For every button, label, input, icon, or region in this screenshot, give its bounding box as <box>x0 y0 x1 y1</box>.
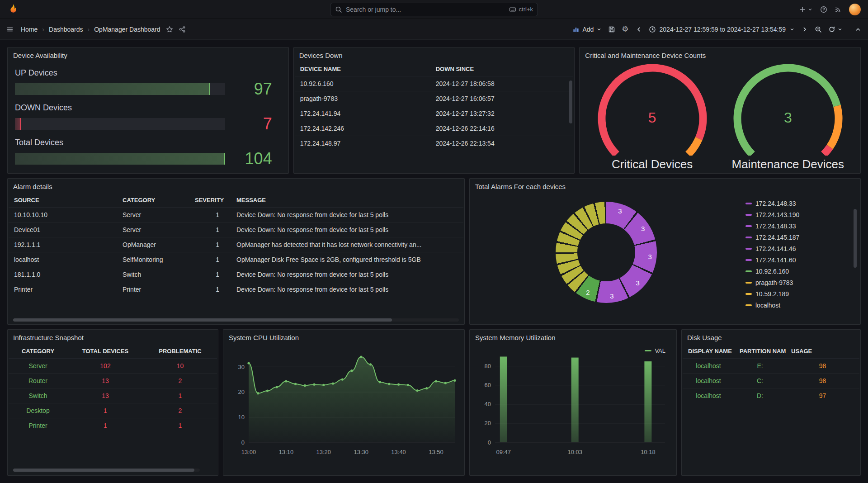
column-header[interactable]: MESSAGE <box>231 193 463 208</box>
user-avatar[interactable] <box>849 4 861 15</box>
svg-text:10:18: 10:18 <box>641 449 656 455</box>
panel-title[interactable]: System Memory Utilization <box>470 330 676 344</box>
svg-text:13:30: 13:30 <box>354 449 368 455</box>
table-row: localhost C: 98 <box>683 374 859 388</box>
top-navigation-bar: Search or jump to... ctrl+k <box>0 0 868 19</box>
search-input[interactable]: Search or jump to... ctrl+k <box>330 3 538 16</box>
svg-text:0: 0 <box>488 439 491 446</box>
panel-title[interactable]: System CPU Utilization <box>223 330 464 344</box>
column-header[interactable]: CATEGORY <box>9 344 67 359</box>
collapse-toolbar-icon[interactable] <box>854 26 862 33</box>
grafana-logo[interactable] <box>7 3 19 15</box>
column-header[interactable]: DOWN SINCE <box>430 62 574 76</box>
down-devices-bargauge: DOWN Devices 7 <box>15 103 281 132</box>
category-cell: Desktop <box>9 403 67 418</box>
panel-title[interactable]: Alarm details <box>8 179 464 193</box>
problematic-cell: 2 <box>143 374 217 388</box>
table-vertical-scrollbar[interactable] <box>569 80 572 169</box>
category-cell: Switch <box>9 388 67 403</box>
column-header[interactable]: USAGE <box>786 344 859 359</box>
column-header[interactable]: PARTITION NAME <box>734 344 786 359</box>
time-range-picker[interactable]: 2024-12-27 12:59:59 to 2024-12-27 13:54:… <box>649 26 795 33</box>
usage-cell: 98 <box>786 359 859 374</box>
legend-item[interactable]: 172.24.141.46 <box>745 245 841 252</box>
save-dashboard-icon[interactable] <box>608 26 615 33</box>
search-icon <box>335 6 342 13</box>
search-shortcut: ctrl+k <box>509 6 533 13</box>
svg-text:09:47: 09:47 <box>496 449 511 455</box>
gauge-value: 3 <box>725 109 851 126</box>
alarm-details-table-body: 10.10.10.10 Server 1 Device Down: No res… <box>9 208 463 297</box>
shortcut-label: ctrl+k <box>519 6 533 13</box>
refresh-button[interactable] <box>828 26 843 33</box>
legend-item[interactable]: pragath-9783 <box>745 279 841 286</box>
panel-title[interactable]: Total Alarms For each devices <box>470 179 860 193</box>
panel-title[interactable]: Infrastructure Snapshot <box>8 330 218 344</box>
maintenance-devices-gauge-arc <box>728 62 848 156</box>
legend-item[interactable]: 10.92.6.160 <box>745 268 841 275</box>
toolbar-right: Add ⚙ 2024-12-27 12:59:59 to 2024-12-27 … <box>572 25 862 33</box>
legend-item[interactable]: localhost <box>745 302 841 309</box>
category-cell: SelfMonitoring <box>117 252 189 267</box>
panel-disk-usage: Disk Usage DISPLAY NAME PARTITION NAME U… <box>681 329 861 476</box>
infrastructure-table-body: Server 102 10 Router 13 2 Switch 13 1 <box>9 359 217 433</box>
breadcrumb-separator: › <box>88 26 90 33</box>
table-horizontal-scrollbar[interactable] <box>13 469 200 472</box>
new-dropdown-button[interactable] <box>799 6 813 13</box>
severity-cell: 1 <box>189 237 231 252</box>
down-since-cell: 2024-12-27 13:27:32 <box>430 106 574 121</box>
add-dropdown-button[interactable]: Add <box>572 26 602 33</box>
svg-text:30: 30 <box>238 364 245 370</box>
panel-title[interactable]: Device Availability <box>8 47 288 62</box>
legend-item[interactable]: 172.24.148.33 <box>745 200 841 207</box>
table-row: Device01 Server 1 Device Down: No respon… <box>9 223 463 237</box>
column-header[interactable]: TOTAL DEVICES <box>67 344 143 359</box>
column-header[interactable]: DISPLAY NAME <box>683 344 734 359</box>
help-icon[interactable] <box>820 6 827 13</box>
table-horizontal-scrollbar[interactable] <box>13 318 459 322</box>
legend-item[interactable]: 172.24.148.33 <box>745 223 841 230</box>
panel-title[interactable]: Devices Down <box>294 47 575 62</box>
legend-color-dash <box>745 225 752 227</box>
column-header[interactable]: SOURCE <box>9 193 117 208</box>
panel-title[interactable]: Disk Usage <box>682 330 860 344</box>
legend-item[interactable]: 10.59.2.189 <box>745 290 841 298</box>
legend-scrollbar[interactable] <box>854 209 857 313</box>
memory-legend-item[interactable]: VAL <box>645 347 665 354</box>
column-header[interactable]: PROBLEMATIC <box>143 344 217 359</box>
time-shift-back-icon[interactable] <box>635 26 642 33</box>
breadcrumb-dashboards[interactable]: Dashboards <box>49 26 83 33</box>
device-name-cell: 10.92.6.160 <box>295 76 430 91</box>
share-icon[interactable] <box>179 26 186 33</box>
legend-item[interactable]: 172.24.143.190 <box>745 211 841 218</box>
gauge-value: 5 <box>589 109 716 126</box>
clock-icon <box>649 26 656 33</box>
breadcrumb-home[interactable]: Home <box>21 26 38 33</box>
column-header[interactable]: CATEGORY <box>117 193 189 208</box>
problematic-cell: 10 <box>143 359 217 374</box>
column-header[interactable]: SEVERITY <box>189 193 231 208</box>
down-since-cell: 2024-12-26 22:13:54 <box>430 136 574 151</box>
legend-item[interactable]: 172.24.141.60 <box>745 256 841 264</box>
table-row: Printer 1 1 <box>9 418 217 433</box>
svg-text:40: 40 <box>485 401 491 407</box>
svg-text:20: 20 <box>238 388 245 395</box>
time-shift-forward-icon[interactable] <box>801 26 808 33</box>
dashboard-settings-icon[interactable]: ⚙ <box>622 25 628 33</box>
svg-text:13:00: 13:00 <box>241 449 256 455</box>
dashboard-grid: Device Availability UP Devices 97 DOWN D… <box>0 40 868 483</box>
legend-item[interactable]: 172.24.145.187 <box>745 234 841 241</box>
message-cell: OpManager has detected that it has lost … <box>231 237 463 252</box>
usage-cell: 97 <box>786 388 859 403</box>
svg-text:13:50: 13:50 <box>429 449 443 455</box>
star-icon[interactable] <box>166 26 173 33</box>
svg-text:10:03: 10:03 <box>567 449 582 455</box>
usage-cell: 98 <box>786 374 859 388</box>
menu-icon[interactable] <box>6 26 14 33</box>
column-header[interactable]: DEVICE NAME <box>295 62 430 76</box>
devices-down-table: DEVICE NAME DOWN SINCE 10.92.6.160 2024-… <box>295 62 574 151</box>
zoom-out-time-icon[interactable] <box>815 26 822 33</box>
news-rss-icon[interactable] <box>835 6 842 13</box>
panel-title[interactable]: Critical and Maintenance Device Counts <box>580 47 860 62</box>
legend-label: 172.24.141.60 <box>755 256 796 264</box>
